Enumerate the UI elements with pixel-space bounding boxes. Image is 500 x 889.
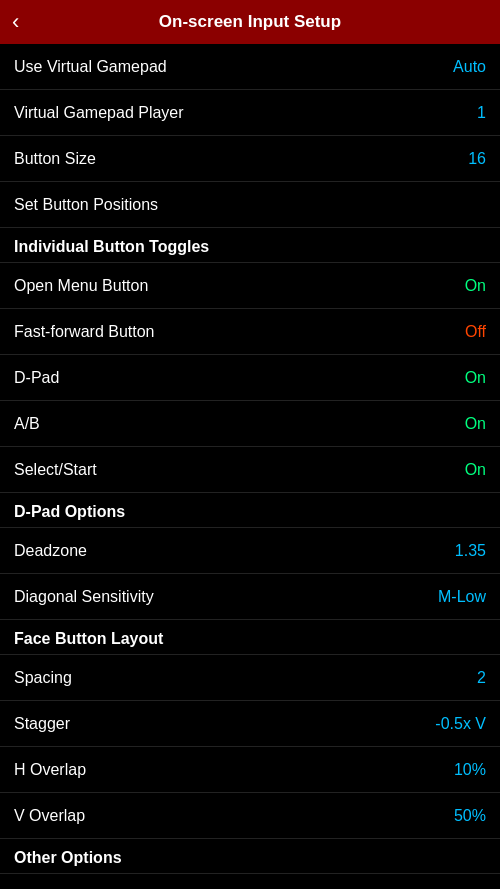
- setting-row[interactable]: Diagonal SensitivityM-Low: [0, 574, 500, 620]
- setting-label: Use Virtual Gamepad: [14, 58, 167, 76]
- setting-row[interactable]: V Overlap50%: [0, 793, 500, 839]
- setting-label: Button Size: [14, 150, 96, 168]
- section-header-text: D-Pad Options: [14, 503, 125, 520]
- setting-value: Auto: [453, 58, 486, 76]
- header: ‹ On-screen Input Setup: [0, 0, 500, 44]
- setting-value: On: [465, 369, 486, 387]
- setting-label: Virtual Gamepad Player: [14, 104, 184, 122]
- setting-label: Set Button Positions: [14, 196, 158, 214]
- header-title: On-screen Input Setup: [0, 12, 500, 32]
- setting-label: V Overlap: [14, 807, 85, 825]
- setting-label: Select/Start: [14, 461, 97, 479]
- setting-value: On: [465, 461, 486, 479]
- setting-value: 1.35: [455, 542, 486, 560]
- section-header-text: Other Options: [14, 849, 122, 866]
- setting-label: Diagonal Sensitivity: [14, 588, 154, 606]
- section-header: Other Options: [0, 839, 500, 874]
- setting-label: Stagger: [14, 715, 70, 733]
- setting-value: Off: [465, 323, 486, 341]
- setting-value: On: [465, 277, 486, 295]
- setting-value: 10%: [454, 761, 486, 779]
- setting-row[interactable]: Use Virtual GamepadAuto: [0, 44, 500, 90]
- section-header: Individual Button Toggles: [0, 228, 500, 263]
- setting-label: Deadzone: [14, 542, 87, 560]
- setting-label: A/B: [14, 415, 40, 433]
- setting-row[interactable]: Virtual Gamepad Player1: [0, 90, 500, 136]
- setting-row[interactable]: A/BOn: [0, 401, 500, 447]
- setting-label: Open Menu Button: [14, 277, 148, 295]
- setting-value: On: [465, 415, 486, 433]
- setting-row[interactable]: Fast-forward ButtonOff: [0, 309, 500, 355]
- setting-row[interactable]: D-PadOn: [0, 355, 500, 401]
- setting-row[interactable]: Set Button Positions: [0, 182, 500, 228]
- setting-value: 16: [468, 150, 486, 168]
- section-header: Face Button Layout: [0, 620, 500, 655]
- setting-row[interactable]: Spacing2: [0, 655, 500, 701]
- settings-list: Use Virtual GamepadAutoVirtual Gamepad P…: [0, 44, 500, 889]
- section-header-text: Individual Button Toggles: [14, 238, 209, 255]
- setting-row[interactable]: Show Bounding BoxesOff: [0, 874, 500, 889]
- setting-value: M-Low: [438, 588, 486, 606]
- setting-value: 2: [477, 669, 486, 687]
- setting-label: Fast-forward Button: [14, 323, 155, 341]
- setting-row[interactable]: Button Size16: [0, 136, 500, 182]
- setting-label: D-Pad: [14, 369, 59, 387]
- section-header: D-Pad Options: [0, 493, 500, 528]
- setting-row[interactable]: Deadzone1.35: [0, 528, 500, 574]
- setting-row[interactable]: Open Menu ButtonOn: [0, 263, 500, 309]
- setting-label: H Overlap: [14, 761, 86, 779]
- setting-value: 1: [477, 104, 486, 122]
- setting-value: 50%: [454, 807, 486, 825]
- setting-label: Spacing: [14, 669, 72, 687]
- setting-value: -0.5x V: [435, 715, 486, 733]
- setting-row[interactable]: Select/StartOn: [0, 447, 500, 493]
- back-button[interactable]: ‹: [12, 9, 19, 35]
- setting-row[interactable]: H Overlap10%: [0, 747, 500, 793]
- section-header-text: Face Button Layout: [14, 630, 163, 647]
- setting-row[interactable]: Stagger-0.5x V: [0, 701, 500, 747]
